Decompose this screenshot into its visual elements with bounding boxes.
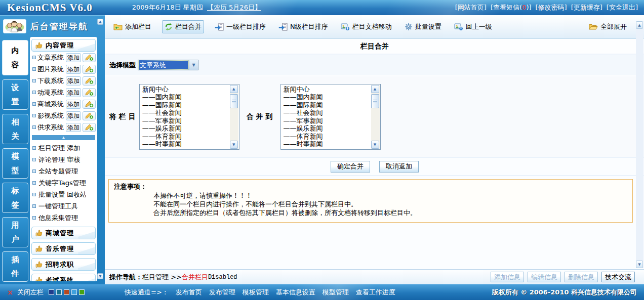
listbox-scrollbar[interactable]: ▲ ▼ [371,85,380,149]
main-area: 添加栏目 栏目合并 一级栏目排序 N级栏目排序 栏目文档移动 批量设置 [105,15,644,284]
model-select[interactable]: 文章系统 ▼ [138,60,198,70]
list-item[interactable]: ——时事新闻 [284,140,370,148]
sidebar-tab-users[interactable]: 用户 [2,217,28,247]
pencil-add-icon [85,89,94,96]
delete-info-button[interactable]: 删除信息 [565,272,598,282]
quick-link-publish-home[interactable]: 发布首页 [176,288,202,297]
quick-edit-button[interactable] [83,76,96,85]
quick-edit-button[interactable] [83,111,96,120]
panel-collapse-bar[interactable]: ▲ [32,135,95,140]
target-column-listbox[interactable]: 新闻中心 ——国内新闻 ——国际新闻 ——社会新闻 ——军事新闻 ——娱乐新闻 … [280,84,381,150]
up-level-button[interactable]: 回上一级 [452,21,494,33]
date-display: 2009年6月18日 星期四 【农历 5月26日】 [132,3,261,12]
sidebar-scroll-down-icon[interactable]: ▼ [97,273,103,279]
cancel-return-button[interactable]: 取消返加 [379,161,419,173]
quick-link-basic-info[interactable]: 基本信息设置 [276,288,315,297]
sidebar-tab-settings[interactable]: 设置 [2,79,28,110]
theme-swatch[interactable] [64,289,69,295]
batch-settings-button[interactable]: 批量设置 [402,21,444,33]
main-scrollbar[interactable]: ▲ ▼ [636,21,643,268]
add-button[interactable]: 添加 [66,65,81,74]
quick-edit-button[interactable] [83,100,96,109]
add-button[interactable]: 添加 [66,88,81,97]
quick-edit-button[interactable] [83,53,96,62]
confirm-merge-button[interactable]: 确定合并 [331,161,370,173]
scroll-up-icon[interactable]: ▲ [371,85,379,93]
lunar-date-link[interactable]: 【农历 5月26日】 [207,4,261,11]
exam-manage-header[interactable]: 考试系统 [31,274,96,281]
merge-icon [165,23,173,31]
source-column-listbox[interactable]: 新闻中心 ——国内新闻 ——国际新闻 ——社会新闻 ——军事新闻 ——娱乐新闻 … [139,84,239,150]
list-item[interactable]: ——娱乐新闻 [142,124,229,133]
list-item[interactable]: ——国内新闻 [284,93,370,101]
add-button[interactable]: 添加 [66,76,81,85]
close-left-panel[interactable]: × 关闭左栏 [0,288,106,297]
messages-link[interactable]: [查看短信(0)] [491,3,532,12]
list-item[interactable]: ——社会新闻 [284,109,370,117]
add-button[interactable]: 添加 [66,123,81,132]
shop-manage-header[interactable]: 商城管理 [31,227,96,239]
move-documents-button[interactable]: 栏目文档移动 [339,21,394,33]
job-manage-header[interactable]: 招聘求职 [31,258,96,271]
list-item[interactable]: ——体育新闻 [142,133,229,141]
edit-info-button[interactable]: 编辑信息 [528,272,561,282]
list-item[interactable]: ——国际新闻 [284,101,370,109]
theme-swatch[interactable] [79,289,85,295]
scroll-up-icon[interactable]: ▲ [636,21,643,29]
refresh-cache-link[interactable]: [更新缓存] [571,3,602,12]
sidebar-tab-content[interactable]: 内容 [2,40,28,75]
list-item[interactable]: ——娱乐新闻 [284,124,370,133]
home-link[interactable]: [网站首页] [455,3,487,12]
list-item[interactable]: ——社会新闻 [142,109,229,117]
quick-edit-button[interactable] [83,123,96,132]
list-item[interactable]: ——国内新闻 [142,93,229,101]
add-button[interactable]: 添加 [66,111,81,120]
sort-levelN-button[interactable]: N级栏目排序 [276,21,330,33]
list-item[interactable]: ——军事新闻 [284,117,370,125]
sidebar-tab-related[interactable]: 相关 [2,114,28,144]
sidebar-link: 一键管理工具 [31,200,96,212]
scrollbar-thumb[interactable] [230,94,238,108]
pencil-add-icon [85,77,94,84]
list-item[interactable]: ——时事新闻 [142,140,229,148]
content-manage-header[interactable]: 内容管理 [31,39,96,52]
logout-link[interactable]: [安全退出] [607,3,638,12]
quick-link-template-manage[interactable]: 模板管理 [243,288,269,297]
sidebar-tab-plugins[interactable]: 插件 [2,251,28,282]
quick-link-model-manage[interactable]: 模型管理 [323,288,349,297]
list-item[interactable]: 新闻中心 [284,85,370,94]
scroll-down-icon[interactable]: ▼ [636,261,643,268]
sidebar-scroll-up-icon[interactable]: ▲ [97,19,103,25]
quick-link-publish-manage[interactable]: 发布管理 [209,288,235,297]
scroll-down-icon[interactable]: ▼ [230,141,238,149]
quick-edit-button[interactable] [83,65,96,74]
merge-column-button[interactable]: 栏目合并 [162,20,204,33]
list-item[interactable]: ——国际新闻 [142,101,229,109]
chevron-down-icon[interactable]: ▼ [189,60,198,70]
sort-level1-button[interactable]: 一级栏目排序 [213,21,268,33]
add-column-button[interactable]: 添加栏目 [111,21,153,33]
scroll-up-icon[interactable]: ▲ [230,85,238,93]
music-manage-header[interactable]: 音乐管理 [31,242,96,255]
add-button[interactable]: 添加 [66,53,81,62]
add-info-button[interactable]: 添加信息 [491,272,524,282]
list-item[interactable]: ——军事新闻 [142,117,229,125]
expand-all-button[interactable]: 全部展开 [589,22,627,31]
theme-swatch[interactable] [49,289,54,295]
list-item[interactable]: ——体育新闻 [284,133,370,141]
scroll-down-icon[interactable]: ▼ [371,141,379,149]
bullet-icon [32,146,36,150]
scrollbar-thumb[interactable] [371,94,379,108]
add-button[interactable]: 添加 [66,100,81,109]
copyright-text: 版权所有 © 2006-2010 科兴信息技术有限公司 [492,288,644,297]
listbox-scrollbar[interactable]: ▲ ▼ [230,85,238,149]
list-item[interactable]: 新闻中心 [142,85,229,94]
quick-link-work-progress[interactable]: 查看工作进度 [356,288,395,297]
tech-support-button[interactable]: 技术交流 [601,272,635,282]
sidebar-tab-tags[interactable]: 标签 [2,183,28,213]
sidebar-tab-model[interactable]: 模型 [2,148,28,179]
quick-edit-button[interactable] [83,88,96,97]
change-password-link[interactable]: [修改密码] [536,3,567,12]
theme-swatch[interactable] [56,289,62,295]
theme-swatch[interactable] [71,289,77,295]
